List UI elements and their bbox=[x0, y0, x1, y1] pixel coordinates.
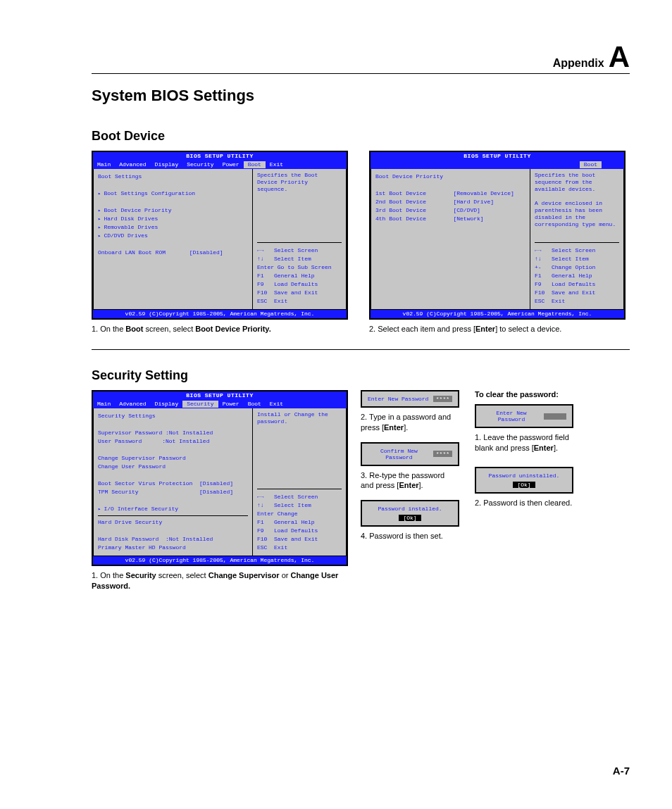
page-title: System BIOS Settings bbox=[92, 87, 630, 105]
divider bbox=[92, 349, 630, 350]
appendix-label: Appendix bbox=[553, 57, 604, 70]
bios-title: BIOS SETUP UTILITY bbox=[93, 152, 347, 161]
page-number: A-7 bbox=[613, 765, 630, 777]
password-set-column: Enter New Password**** 2. Type in a pass… bbox=[361, 390, 459, 591]
bios-menu: Boot bbox=[371, 161, 624, 169]
dialog-password-uninstalled: Password uninstalled.[Ok] bbox=[475, 467, 573, 494]
dialog-enter-password-blank: Enter New Password bbox=[475, 404, 573, 428]
bios-screenshot-boot-priority: BIOS SETUP UTILITY Boot Boot Device Prio… bbox=[369, 151, 630, 334]
bios-menu: MainAdvancedDisplaySecurityPowerBootExit bbox=[93, 161, 347, 169]
caption-1: 1. On the Boot screen, select Boot Devic… bbox=[92, 324, 352, 334]
dialog-password-installed: Password installed.[Ok] bbox=[361, 500, 459, 527]
bios-screenshot-boot-settings: BIOS SETUP UTILITY MainAdvancedDisplaySe… bbox=[92, 151, 352, 334]
appendix-letter: A bbox=[609, 42, 630, 72]
page-header: Appendix A bbox=[92, 42, 630, 74]
bios-screenshot-security: BIOS SETUP UTILITY MainAdvancedDisplaySe… bbox=[92, 390, 345, 591]
dialog-confirm-password: Confirm New Password**** bbox=[361, 442, 459, 466]
section-boot-device: Boot Device bbox=[92, 129, 630, 144]
dialog-enter-password: Enter New Password**** bbox=[361, 390, 459, 408]
section-security: Security Setting bbox=[92, 368, 630, 383]
caption-3: 1. On the Security screen, select Change… bbox=[92, 570, 345, 591]
caption-2: 2. Select each item and press [Enter] to… bbox=[369, 324, 630, 334]
password-clear-column: To clear the password: Enter New Passwor… bbox=[475, 390, 573, 591]
